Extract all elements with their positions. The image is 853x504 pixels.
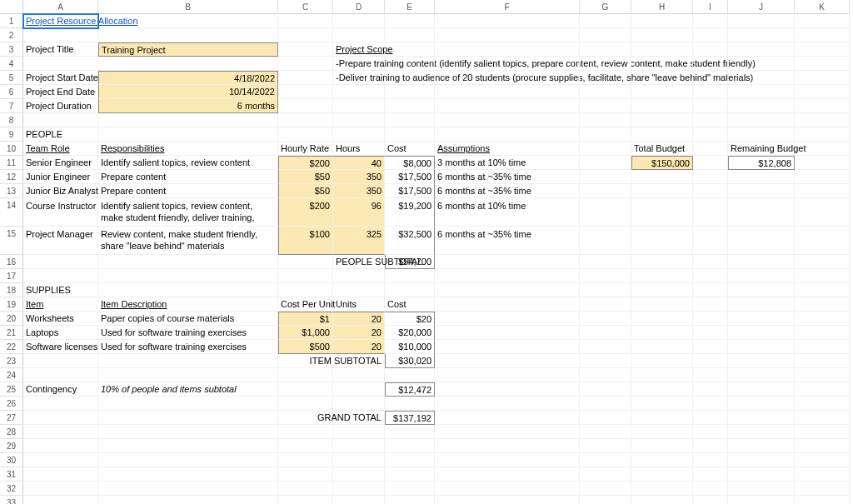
row-header-24[interactable]: 24 [0,368,23,382]
supply-total: $20 [385,312,435,326]
col-hourly-rate: Hourly Rate [278,142,333,156]
value-contingency: $12,472 [385,382,435,397]
value-remaining-budget: $12,808 [728,156,795,170]
scope-line-2: -Deliver training to audience of 20 stud… [333,71,385,85]
row-header-26[interactable]: 26 [0,397,23,411]
people-hours[interactable]: 40 [333,156,385,170]
row-header-14[interactable]: 14 [0,198,23,227]
value-total-budget[interactable]: $150,000 [631,156,693,170]
row-header-3[interactable]: 3 [0,42,23,57]
row-header-10[interactable]: 10 [0,142,23,156]
row-header-13[interactable]: 13 [0,184,23,198]
column-header-H[interactable]: H [631,0,693,14]
supply-cost[interactable]: $500 [278,340,333,354]
column-header-D[interactable]: D [333,0,385,14]
people-resp: Prepare content [98,184,278,198]
people-rate[interactable]: $200 [278,198,333,227]
label-project-scope: Project Scope [333,42,385,57]
column-header-C[interactable]: C [278,0,333,14]
column-header-I[interactable]: I [693,0,728,14]
row-header-11[interactable]: 11 [0,156,23,170]
row-header-22[interactable]: 22 [0,340,23,354]
row-header-20[interactable]: 20 [0,312,23,326]
column-header-A[interactable]: A [23,0,98,14]
people-hours[interactable]: 325 [333,227,385,255]
row-header-17[interactable]: 17 [0,269,23,283]
row-header-12[interactable]: 12 [0,170,23,184]
section-people-header: PEOPLE [23,127,98,142]
column-header-B[interactable]: B [98,0,278,14]
supply-cost[interactable]: $1,000 [278,326,333,340]
column-header-G[interactable]: G [580,0,631,14]
value-duration[interactable]: 6 months [98,99,278,113]
col-hours: Hours [333,142,385,156]
row-header-7[interactable]: 7 [0,99,23,113]
item-subtotal-value: $30,020 [385,354,435,368]
row-header-6[interactable]: 6 [0,85,23,99]
col-item: Item [23,297,98,312]
row-header-16[interactable]: 16 [0,255,23,269]
people-cost: $19,200 [385,198,435,227]
desc-contingency: 10% of people and items subtotal [98,382,278,397]
row-header-19[interactable]: 19 [0,297,23,312]
select-all-corner[interactable] [0,0,23,14]
row-header-30[interactable]: 30 [0,453,23,467]
scope-line-1: -Prepare training content (identify sali… [333,57,385,71]
people-cost: $32,500 [385,227,435,255]
label-contingency: Contingency [23,382,98,397]
grand-total-value: $137,192 [385,411,435,425]
row-header-1[interactable]: 1 [0,14,23,28]
row-header-21[interactable]: 21 [0,326,23,340]
people-rate[interactable]: $50 [278,184,333,198]
people-hours[interactable]: 350 [333,184,385,198]
row-header-9[interactable]: 9 [0,127,23,142]
row-header-31[interactable]: 31 [0,467,23,482]
supply-units[interactable]: 20 [333,326,385,340]
col-cost-per-unit: Cost Per Unit [278,297,333,312]
people-cost: $17,500 [385,184,435,198]
value-end-date[interactable]: 10/14/2022 [98,85,278,99]
people-assump: 6 months at ~35% time [435,184,580,198]
row-header-28[interactable]: 28 [0,425,23,439]
value-project-title[interactable]: Training Project [98,42,278,57]
supply-cost[interactable]: $1 [278,312,333,326]
col-cost: Cost [385,142,435,156]
item-subtotal-label: ITEM SUBTOTAL [310,354,382,368]
row-header-29[interactable]: 29 [0,439,23,453]
row-header-18[interactable]: 18 [0,283,23,297]
row-header-8[interactable]: 8 [0,113,23,127]
column-header-K[interactable]: K [795,0,850,14]
row-header-33[interactable]: 33 [0,496,23,504]
row-header-4[interactable]: 4 [0,57,23,71]
supply-units[interactable]: 20 [333,340,385,354]
page-title: Project Resource Allocation [23,14,98,28]
value-start-date[interactable]: 4/18/2022 [98,71,278,85]
supply-units[interactable]: 20 [333,312,385,326]
people-rate[interactable]: $200 [278,156,333,170]
column-header-F[interactable]: F [435,0,580,14]
people-role: Junior Engineer [23,170,98,184]
row-header-23[interactable]: 23 [0,354,23,368]
grand-total-label: GRAND TOTAL [317,411,382,425]
people-role: Junior Biz Analyst [23,184,98,198]
people-role: Course Instructor [23,198,98,227]
people-resp: Identify salient topics, review content [98,156,278,170]
row-header-27[interactable]: 27 [0,411,23,425]
column-header-E[interactable]: E [385,0,435,14]
spreadsheet-grid[interactable]: ABCDEFGHIJK1Project Resource Allocation2… [0,0,853,504]
row-header-25[interactable]: 25 [0,382,23,397]
supply-item: Laptops [23,326,98,340]
column-header-J[interactable]: J [728,0,795,14]
supply-desc: Used for software training exercises [98,340,278,354]
people-rate[interactable]: $50 [278,170,333,184]
row-header-32[interactable]: 32 [0,482,23,496]
label-end-date: Project End Date [23,85,98,99]
row-header-5[interactable]: 5 [0,71,23,85]
grand-total-label-cell: GRAND TOTAL [333,411,385,425]
row-header-2[interactable]: 2 [0,28,23,42]
people-hours[interactable]: 96 [333,198,385,227]
people-assump: 6 months at ~35% time [435,227,580,255]
people-rate[interactable]: $100 [278,227,333,255]
row-header-15[interactable]: 15 [0,227,23,255]
people-hours[interactable]: 350 [333,170,385,184]
